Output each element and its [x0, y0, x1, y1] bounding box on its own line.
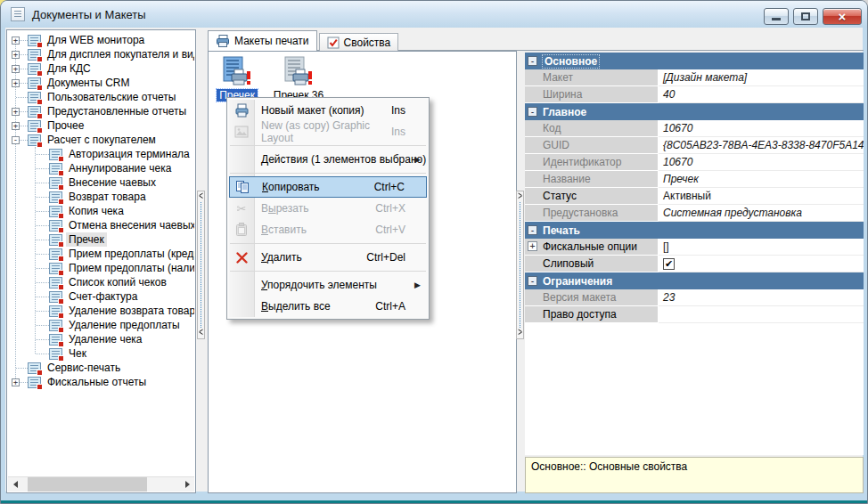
tree-splitter[interactable]: < <: [197, 191, 205, 339]
tree-item[interactable]: +Предустановленные отчеты: [8, 104, 194, 118]
tree-horizontal-scrollbar[interactable]: [8, 476, 194, 492]
tree-item[interactable]: Сервис-печать: [8, 361, 194, 375]
property-row: Право доступа: [525, 306, 864, 323]
tree-item[interactable]: Копия чека: [8, 204, 194, 218]
tree-item[interactable]: +Для КДС: [8, 61, 194, 76]
context-menu-item[interactable]: УдалитьCtrl+Del: [229, 247, 427, 268]
layouts-canvas[interactable]: Пречек 36Пречек Новый макет (копия)InsNe…: [208, 51, 517, 493]
property-value[interactable]: Системная предустановка: [659, 205, 864, 222]
property-section-header[interactable]: -Главное: [525, 103, 864, 120]
collapse-left-icon[interactable]: <: [199, 191, 203, 202]
tree-item[interactable]: Отмена внесения чаевых: [8, 218, 194, 232]
property-section-header[interactable]: -Ограничения: [525, 272, 864, 289]
checkbox-icon: [327, 37, 340, 49]
context-menu-item[interactable]: Выделить всеCtrl+A: [229, 296, 427, 317]
tree-item[interactable]: Внесение чаевых: [8, 175, 194, 190]
tree-connector: [20, 69, 28, 69]
collapse-icon[interactable]: -: [528, 276, 537, 286]
tree-expander-icon[interactable]: +: [12, 122, 20, 130]
property-row: Ширина40: [525, 86, 864, 103]
tree-item[interactable]: Пользовательские отчеты: [8, 90, 194, 104]
tree-item[interactable]: Удаление чека: [8, 332, 194, 346]
tree-expander-icon[interactable]: +: [12, 37, 20, 45]
collapse-left-icon[interactable]: <: [199, 328, 203, 338]
context-menu-item[interactable]: Упорядочить элементы▶: [229, 274, 427, 296]
scroll-left-arrow-icon[interactable]: [8, 477, 22, 492]
context-menu-item[interactable]: Новый макет (копия)Ins: [229, 100, 427, 121]
layout-item[interactable]: Пречек 36: [266, 56, 332, 102]
tree-item-label: Список копий чеков: [66, 275, 169, 289]
tree-item[interactable]: Возврат товара: [8, 190, 194, 204]
property-label-text: Предустановка: [543, 207, 618, 219]
property-value[interactable]: Активный: [659, 188, 864, 205]
layout-node-icon: [49, 348, 62, 360]
layout-node-icon: [49, 234, 62, 246]
close-button[interactable]: ×: [823, 8, 862, 25]
minimize-button[interactable]: [764, 8, 789, 25]
tree-expander-icon[interactable]: +: [12, 108, 20, 116]
property-section-header[interactable]: -Основное: [525, 53, 864, 69]
tree-connector: [36, 282, 49, 283]
context-menu-item[interactable]: New (as copy) Graphic LayoutIns: [229, 121, 427, 142]
tree-item[interactable]: +Для WEB монитора: [8, 33, 194, 47]
property-checkbox[interactable]: ✔: [663, 258, 675, 270]
tree-item[interactable]: Список копий чеков: [8, 275, 194, 289]
property-label-text: Версия макета: [543, 291, 617, 304]
tab-properties[interactable]: Свойства: [319, 33, 399, 51]
tree-item[interactable]: Удаление возврата товара: [8, 304, 194, 318]
tree-item[interactable]: Авторизация терминала: [8, 147, 194, 161]
scrollbar-thumb[interactable]: [28, 477, 147, 492]
property-value[interactable]: 23: [659, 289, 864, 306]
scroll-right-arrow-icon[interactable]: [180, 477, 194, 492]
tree-expander-icon[interactable]: -: [12, 136, 20, 144]
property-row: Идентификатор10670: [525, 154, 864, 171]
property-value[interactable]: []: [659, 239, 864, 256]
tree-item[interactable]: -Расчет с покупателем: [8, 133, 194, 147]
tree-item[interactable]: Аннулирование чека: [8, 161, 194, 175]
tree-item-label: Удаление возврата товара: [66, 304, 194, 318]
tab-print-layouts[interactable]: Макеты печати: [208, 30, 317, 51]
tree-expander-icon[interactable]: +: [12, 51, 20, 59]
property-value[interactable]: Пречек: [659, 171, 864, 188]
properties-splitter[interactable]: > >: [516, 191, 524, 339]
collapse-right-icon[interactable]: >: [518, 328, 522, 338]
tree-item-label: Пречек: [66, 232, 107, 247]
tree-item[interactable]: Удаление предоплаты: [8, 318, 194, 332]
property-value[interactable]: [659, 306, 864, 323]
property-value[interactable]: 10670: [659, 154, 864, 171]
context-menu-item[interactable]: ✂ВырезатьCtrl+X: [229, 198, 427, 219]
context-menu-item[interactable]: Действия (1 элементов выбрано)▶: [229, 149, 427, 170]
tree-item[interactable]: +Документы CRM: [8, 76, 194, 90]
tree-expander-icon[interactable]: +: [12, 65, 20, 73]
property-value[interactable]: 10670: [659, 120, 864, 137]
property-section-header[interactable]: -Печать: [525, 222, 864, 239]
tree-item-label: Расчет с покупателем: [45, 133, 159, 147]
property-value[interactable]: 40: [659, 86, 864, 103]
context-menu-item[interactable]: КопироватьCtrl+C: [229, 176, 427, 198]
tree-item[interactable]: +Прочее: [8, 118, 194, 133]
tree-expander-icon[interactable]: +: [12, 378, 20, 386]
tree-item[interactable]: Чек: [8, 346, 194, 361]
collapse-icon[interactable]: -: [528, 107, 537, 117]
tab-strip: Макеты печатиСвойства: [208, 30, 398, 51]
collapse-right-icon[interactable]: >: [518, 191, 522, 202]
collapse-icon[interactable]: -: [528, 56, 537, 66]
tree-item[interactable]: Прием предоплаты (кредитк: [8, 247, 194, 261]
expand-icon[interactable]: +: [528, 241, 537, 251]
property-label: Право доступа: [525, 306, 659, 323]
tree-item[interactable]: Прием предоплаты (наличнь: [8, 261, 194, 275]
property-value[interactable]: {8C05AB23-78BA-4EA3-8338-8470F5A140F3: [659, 137, 864, 154]
property-value[interactable]: ✔: [659, 256, 864, 272]
tree-expander-icon[interactable]: +: [12, 79, 20, 87]
layout-item[interactable]: Пречек: [213, 56, 261, 102]
context-menu-item[interactable]: ВставитьCtrl+V: [229, 219, 427, 240]
tree-item[interactable]: +Фискальные отчеты: [8, 375, 194, 389]
tree-item-label: Копия чека: [66, 204, 127, 218]
property-value[interactable]: [Дизайн макета]: [659, 69, 864, 86]
tree-item[interactable]: Пречек: [8, 232, 194, 247]
tree-item[interactable]: +Для дисплея покупателя и виде: [8, 47, 194, 61]
property-label: GUID: [525, 137, 659, 154]
collapse-icon[interactable]: -: [528, 225, 537, 235]
tree-item[interactable]: Счет-фактура: [8, 289, 194, 304]
restore-button[interactable]: [793, 8, 818, 25]
